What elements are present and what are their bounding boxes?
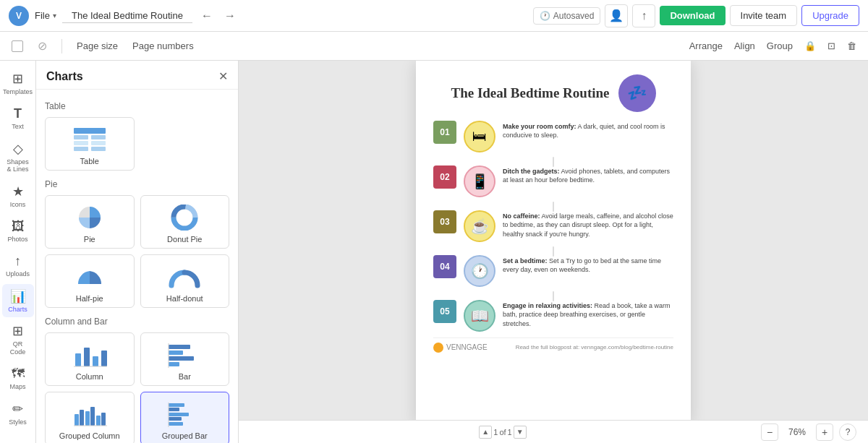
step-1-content: Make your room comfy: A dark, quiet, and…	[503, 121, 673, 140]
step-5-number: 05	[433, 300, 456, 323]
page-size-button[interactable]: Page size	[77, 40, 118, 51]
step-3: 03 ☕ No caffeine: Avoid large meals, caf…	[433, 210, 673, 242]
share-icon[interactable]: 👤	[605, 4, 628, 27]
group-button[interactable]: Group	[767, 40, 793, 51]
page-numbers-button[interactable]: Page numbers	[132, 40, 194, 51]
sidenav-item-shapes[interactable]: ◇ Shapes & Lines	[2, 137, 34, 179]
secondbar: ⊘ Page size Page numbers Arrange Align G…	[0, 32, 868, 61]
infographic: The Ideal Bedtime Routine 💤 01 🛏 Make yo…	[416, 61, 691, 420]
step-2: 02 📱 Ditch the gadgets: Avoid phones, ta…	[433, 165, 673, 197]
align-button[interactable]: Align	[734, 40, 755, 51]
sidenav-item-charts[interactable]: 📊 Charts	[2, 284, 34, 318]
topbar-actions: 🕐 Autosaved 👤 ↑ Download Invite team Upg…	[533, 4, 859, 27]
app-logo: V	[9, 6, 29, 26]
sidenav-item-maps[interactable]: 🗺 Maps	[2, 362, 34, 395]
topbar: V File ▾ ← → 🕐 Autosaved 👤 ↑ Download In…	[0, 0, 868, 32]
sidenav-item-uploads[interactable]: ↑ Uploads	[2, 249, 34, 283]
step-3-text: No caffeine: Avoid large meals, caffeine…	[503, 212, 673, 239]
arrange-button[interactable]: Arrange	[689, 40, 723, 51]
venngage-logo-icon	[433, 343, 443, 353]
canvas-area: The Ideal Bedtime Routine 💤 01 🛏 Make yo…	[239, 61, 868, 443]
grouped-bar-label: Grouped Bar	[162, 431, 208, 440]
svg-rect-6	[91, 147, 106, 151]
sidenav-item-photos[interactable]: 🖼 Photos	[2, 215, 34, 248]
step-4-number: 04	[433, 255, 456, 278]
infographic-footer: VENNGAGE Read the full blogpost at: venn…	[433, 337, 673, 353]
bottombar: ▲ 1 of 1 ▼ − 76% + ?	[239, 420, 868, 443]
download-button[interactable]: Download	[660, 6, 725, 25]
help-button[interactable]: ?	[839, 423, 856, 441]
sidenav-item-icons[interactable]: ★ Icons	[2, 179, 34, 213]
divider	[61, 39, 62, 53]
step-5-icon: 📖	[464, 300, 495, 332]
redo-button[interactable]: →	[221, 7, 239, 25]
step-3-number: 03	[433, 210, 456, 233]
page-indicator: ▲ 1 of 1 ▼	[479, 426, 526, 439]
chart-item-half-pie[interactable]: Half-pie	[45, 254, 135, 308]
upgrade-button[interactable]: Upgrade	[801, 5, 859, 26]
copy-icon[interactable]: ⊡	[827, 40, 835, 51]
page-prev-button[interactable]: ▲	[479, 426, 492, 439]
undo-button[interactable]: ←	[198, 7, 216, 25]
sidenav-item-templates[interactable]: ⊞ Templates	[2, 66, 34, 100]
svg-rect-24	[85, 411, 90, 426]
sidenav: ⊞ Templates T Text ◇ Shapes & Lines ★ Ic…	[0, 61, 36, 443]
step-5: 05 📖 Engage in relaxing activities: Read…	[433, 300, 673, 332]
svg-rect-3	[74, 141, 88, 145]
svg-rect-27	[101, 413, 106, 426]
grouped-column-label: Grouped Column	[59, 431, 120, 440]
panel-close-button[interactable]: ✕	[218, 69, 228, 83]
chart-item-donut-pie[interactable]: Donut Pie	[140, 195, 230, 249]
chart-item-table[interactable]: Table	[45, 117, 135, 171]
page-current: 1	[493, 428, 498, 436]
svg-rect-4	[91, 141, 106, 145]
donut-pie-chart-icon	[166, 203, 203, 232]
sidenav-item-styles[interactable]: ✏ Styles	[2, 397, 34, 431]
grid-icon[interactable]: ⊘	[38, 39, 47, 53]
svg-rect-5	[74, 147, 88, 151]
grouped-bar-chart-icon	[166, 400, 203, 429]
svg-rect-31	[169, 413, 189, 416]
lock-icon[interactable]: 🔒	[804, 40, 816, 51]
svg-rect-30	[169, 408, 179, 411]
invite-button[interactable]: Invite team	[730, 5, 798, 26]
select-all-checkbox[interactable]	[12, 40, 23, 52]
svg-rect-17	[169, 345, 190, 349]
step-2-icon: 📱	[464, 165, 495, 197]
icons-icon: ★	[12, 184, 24, 199]
chart-item-pie[interactable]: Pie	[45, 195, 135, 249]
sidenav-item-qrcode[interactable]: ⊞ QR Code	[2, 319, 34, 361]
file-menu[interactable]: File ▾	[35, 10, 56, 21]
charts-panel: Charts ✕ Table	[36, 61, 239, 443]
step-3-content: No caffeine: Avoid large meals, caffeine…	[503, 210, 673, 239]
photos-icon: 🖼	[12, 219, 25, 234]
svg-rect-19	[169, 356, 194, 361]
page-next-button[interactable]: ▼	[514, 426, 527, 439]
chart-item-grouped-bar[interactable]: Grouped Bar	[140, 392, 230, 443]
autosaved-clock-icon: 🕐	[540, 11, 550, 21]
step-4-icon: 🕐	[464, 255, 495, 287]
page-total: 1	[508, 428, 512, 436]
canvas-scroll[interactable]: The Ideal Bedtime Routine 💤 01 🛏 Make yo…	[239, 61, 868, 420]
document-title-input[interactable]	[62, 9, 192, 23]
chart-item-grouped-column[interactable]: Grouped Column	[45, 392, 135, 443]
upload-icon[interactable]: ↑	[632, 4, 655, 27]
svg-rect-25	[90, 407, 95, 426]
step-1-number: 01	[433, 121, 456, 144]
chart-item-column[interactable]: Column	[45, 332, 135, 386]
svg-rect-20	[169, 362, 179, 366]
chart-item-half-donut[interactable]: Half-donut	[140, 254, 230, 308]
infographic-title-text: The Ideal Bedtime Routine	[451, 85, 609, 101]
svg-rect-29	[169, 403, 184, 407]
sidenav-item-text[interactable]: T Text	[2, 102, 34, 135]
chart-item-bar[interactable]: Bar	[140, 332, 230, 386]
delete-icon[interactable]: 🗑	[847, 40, 856, 51]
sleeping-icon: 💤	[618, 74, 656, 112]
bar-label: Bar	[179, 372, 191, 381]
zoom-plus-button[interactable]: +	[816, 423, 833, 441]
file-arrow-icon: ▾	[53, 12, 56, 20]
zoom-minus-button[interactable]: −	[761, 423, 778, 441]
svg-rect-14	[93, 356, 98, 366]
step-2-text: Ditch the gadgets: Avoid phones, tablets…	[503, 167, 673, 185]
table-chart-grid: Table	[45, 117, 229, 171]
